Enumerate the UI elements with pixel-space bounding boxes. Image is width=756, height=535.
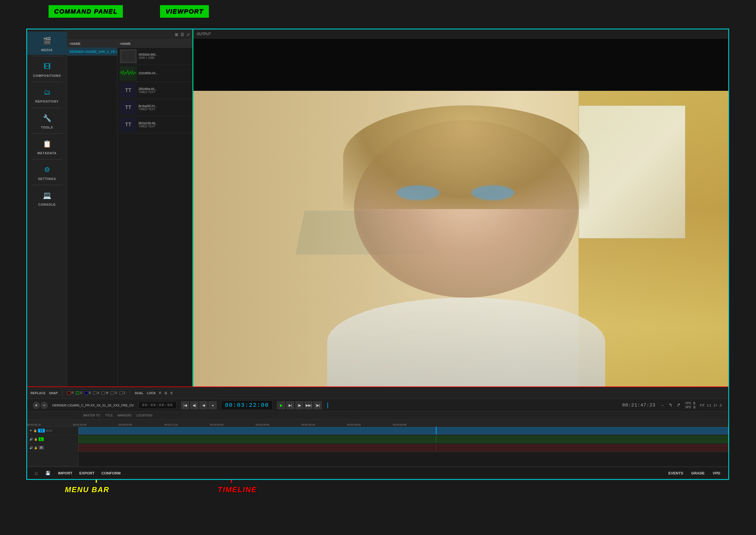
command-panel: ⊞ ☰ ⤢ >NAME DERNIER-CIGARE_SHR_C_FR-XX_X… [67,29,193,386]
title-item[interactable]: TITLE [105,414,113,417]
timeline-toolbar: REPLACE SNAP R G B A M O Z DUAL LOCK F G… [27,387,728,399]
sidebar-label-metadata: METADATA [38,152,57,155]
ruler-mark-3: 00:03:11:16 [164,423,178,426]
prev-frame-btn[interactable]: ◀| [190,401,198,409]
panel-item-0[interactable]: DERNIER-CIGARE_SHR_C_FR-XX_XX... [67,48,117,56]
lock-icon-v1[interactable]: 🔒 [33,429,37,432]
jog-back-btn[interactable]: ◂ [209,401,217,409]
import-item[interactable]: IMPORT [55,470,76,476]
channel-r[interactable]: R [67,391,73,395]
v1-clip-left[interactable] [78,427,436,435]
c-label: C [171,391,173,395]
media-item-0[interactable]: f4f392b6-890... 2048 × 1080 [117,48,192,65]
channel-a[interactable]: A [93,391,100,395]
tl-sep-2 [130,390,130,396]
audio-icon-r[interactable]: 🔊 [29,446,33,449]
channel-z[interactable]: Z [119,391,126,395]
l-clip-left[interactable] [78,436,436,443]
media-item-3[interactable]: TT 8e1ba26f-24... TIMED TEXT [117,99,192,116]
go-to-end-btn[interactable]: |▶| [314,401,322,409]
home-btn[interactable]: ⌂ [32,468,41,478]
vpd-item[interactable]: VPD [709,470,724,476]
ruler-mark-4: 00:03:20:00 [210,423,224,426]
main-container: 🎬 MEDIA 🎞 COMPOSITIONS 🗂 REPOSITORY 🔧 To… [26,29,729,480]
sidebar-divider-5 [31,159,63,159]
fit-section: FIT 1:1 Z+ Z- [700,404,723,407]
col2-header: >NAME [117,40,192,48]
zoom-in-btn[interactable]: Z+ [713,404,717,407]
tools-icon: 🔧 [41,112,53,125]
media-item-1[interactable]: 232e995b-04... [117,65,192,82]
l-clip-right[interactable] [436,436,728,443]
timeline-tracks: 👁 🔒 V1 St d f 🔊 🔒 L 🔊 🔒 R [27,427,728,466]
lock-icon-r[interactable]: 🔒 [34,446,38,449]
channel-m[interactable]: M [102,391,108,395]
ruler-mark-5: 00:03:28:08 [256,423,270,426]
media-thumb-audio [120,66,137,81]
play-loop-btn[interactable]: ▶| [286,401,294,409]
ruler-mark-1: 00:02:55:00 [73,423,87,426]
track-label-l: 🔊 🔒 L [27,435,78,444]
tc-in-display: 00:00:00:00 [138,402,177,409]
master-to-item[interactable]: MASTER TO: [83,414,101,417]
sidebar-divider-3 [31,108,63,108]
l-label[interactable]: L [39,437,44,441]
fps-label: FPS [685,402,691,405]
grid-icon-btn[interactable]: ⊞ [175,32,178,37]
zoom-out-btn[interactable]: Z- [720,404,723,407]
locations-item[interactable]: LOCATIONS [136,414,152,417]
remove-marker-btn[interactable]: − [41,402,48,409]
grade-item[interactable]: GRADE [688,470,708,476]
r-clip-left[interactable] [78,444,436,452]
fit-label[interactable]: FIT [700,404,705,407]
export-item[interactable]: EXPORT [76,470,98,476]
r-clip-right[interactable] [436,444,728,452]
tc-current-display: 00:03:22:00 [221,401,273,410]
channel-o[interactable]: O [111,391,117,395]
eye-left [396,185,439,200]
media-info-2: 285cf6be-b5... TIMED TEXT [138,87,190,94]
sidebar-item-console[interactable]: 💻 CONSOLE [27,186,67,210]
body-area [327,297,605,386]
ratio-label: 1:1 [707,404,711,407]
sidebar-item-metadata[interactable]: 📋 METADATA [27,135,67,158]
fast-fwd-btn[interactable]: ▶▶| [305,401,312,409]
play-btn[interactable]: ▶ [277,401,285,409]
sidebar-item-compositions[interactable]: 🎞 COMPOSITIONS [27,57,67,81]
events-item[interactable]: EVENTS [665,470,686,476]
v1-clip-right[interactable] [436,427,728,435]
sidebar-item-media[interactable]: 🎬 MEDIA [27,32,67,55]
lock-icon-l[interactable]: 🔒 [34,437,38,441]
output-label: OUTPUT [197,32,211,36]
v1-label[interactable]: V1 [38,429,45,433]
tl-header-items: MASTER TO: TITLE MARKERS LOCATIONS [83,414,153,417]
expand-icon-btn[interactable]: ⤢ [187,32,190,37]
save-btn[interactable]: 💾 [43,468,52,478]
audio-icon-l[interactable]: 🔊 [29,437,33,441]
conform-item[interactable]: CONFORM [98,470,124,476]
v1-track-row [78,427,728,435]
list-icon-btn[interactable]: ☰ [181,32,184,37]
eye-icon-v1[interactable]: 👁 [29,429,32,432]
media-item-4[interactable]: TT 862a2c5b-9d... TIMED TEXT [117,116,192,133]
channel-g[interactable]: G [76,391,82,395]
media-thumb-text-2: TT [120,100,137,115]
metadata-icon: 📋 [41,138,53,150]
channel-b[interactable]: B [85,391,91,395]
timeline-section: REPLACE SNAP R G B A M O Z DUAL LOCK F G… [27,386,728,466]
loop-in-icon: ↰ [669,403,672,408]
sidebar-item-settings[interactable]: ⚙ SETTINGS [27,160,67,184]
step-back-btn[interactable]: ◀ [199,401,207,409]
media-name-4: 862a2c5b-9d... [138,122,190,125]
next-frame-btn[interactable]: |▶ [295,401,304,409]
add-marker-btn[interactable]: + [33,402,40,409]
repository-icon: 🗂 [41,86,53,99]
sidebar-item-tools[interactable]: 🔧 ToOLS [27,109,67,132]
sidebar-item-repository[interactable]: 🗂 REPOSITORY [27,83,67,106]
markers-item[interactable]: MARKERS [117,414,131,417]
r-track-label[interactable]: R [39,446,44,450]
ruler-mark-6: 00:03:36:16 [302,423,315,426]
media-item-2[interactable]: TT 285cf6be-b5... TIMED TEXT [117,82,192,99]
settings-icon: ⚙ [41,163,53,176]
go-to-start-btn[interactable]: |◀ [181,401,189,409]
